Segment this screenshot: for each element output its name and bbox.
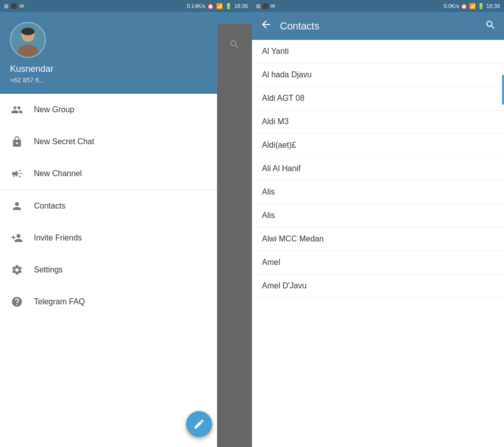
help-icon bbox=[10, 295, 24, 309]
network-speed-right: 0.0K/s bbox=[444, 3, 459, 9]
search-icon-left[interactable] bbox=[229, 39, 240, 53]
contacts-list: Al YantiAl hada DjavuAldi AGT 08Aldi M3A… bbox=[252, 40, 504, 447]
avatar bbox=[10, 22, 46, 58]
menu-item-invite-friends[interactable]: Invite Friends bbox=[0, 222, 217, 254]
contact-item[interactable]: Al hada Djavu bbox=[252, 63, 504, 87]
app-icon-r1: ⊞ bbox=[256, 3, 260, 9]
menu-item-new-secret-chat[interactable]: New Secret Chat bbox=[0, 126, 217, 158]
contact-item[interactable]: Aldi M3 bbox=[252, 110, 504, 134]
status-bar-right: ⊞ ⬛ ✉ 0.0K/s ⏰ 📶 🔋 18:38 bbox=[252, 0, 504, 12]
lock-icon bbox=[10, 135, 24, 149]
telegram-faq-label: Telegram FAQ bbox=[34, 297, 85, 306]
alarm-icon: ⏰ bbox=[207, 3, 214, 9]
alarm-icon-right: ⏰ bbox=[461, 3, 468, 9]
contact-item[interactable]: Aldi AGT 08 bbox=[252, 87, 504, 110]
battery-icon-right: 🔋 bbox=[478, 3, 485, 9]
status-bar-left-right-icons: 0.14K/s ⏰ 📶 🔋 18:36 bbox=[187, 3, 248, 9]
invite-friends-label: Invite Friends bbox=[34, 233, 82, 242]
megaphone-icon bbox=[10, 167, 24, 181]
contact-item[interactable]: Aldi(aet)£ bbox=[252, 134, 504, 157]
compose-fab[interactable] bbox=[186, 411, 212, 437]
network-speed-left: 0.14K/s bbox=[187, 3, 205, 9]
status-bar-left-icons: ⊞ ⬛ ✉ bbox=[4, 3, 24, 9]
profile-name: Kusnendar bbox=[10, 64, 53, 74]
app-icon-3: ✉ bbox=[19, 3, 24, 9]
contact-item[interactable]: Amel D'Javu bbox=[252, 274, 504, 298]
contact-item[interactable]: Alis bbox=[252, 181, 504, 204]
menu-section: New Group New Secret Chat bbox=[0, 94, 217, 447]
time-left: 18:36 bbox=[234, 3, 248, 9]
menu-item-new-group[interactable]: New Group bbox=[0, 94, 217, 126]
menu-item-telegram-faq[interactable]: Telegram FAQ bbox=[0, 286, 217, 318]
contacts-title: Contacts bbox=[280, 20, 477, 32]
app-icon-r2: ⬛ bbox=[262, 3, 269, 9]
settings-icon bbox=[10, 263, 24, 277]
signal-icon-right: 📶 bbox=[469, 3, 476, 9]
settings-label: Settings bbox=[34, 265, 63, 274]
search-button[interactable] bbox=[485, 19, 496, 33]
scroll-indicator bbox=[502, 75, 504, 105]
left-panel-search-area bbox=[217, 24, 252, 447]
new-secret-chat-label: New Secret Chat bbox=[34, 137, 94, 146]
app-icon-1: ⊞ bbox=[4, 3, 8, 9]
new-channel-label: New Channel bbox=[34, 169, 82, 178]
status-bar-right-left-icons: ⊞ ⬛ ✉ bbox=[256, 3, 275, 9]
svg-point-3 bbox=[21, 27, 34, 35]
person-icon bbox=[10, 199, 24, 213]
profile-section: Kusnendar +62 857 6... bbox=[0, 12, 217, 94]
contact-item[interactable]: Alwi MCC Medan bbox=[252, 227, 504, 251]
new-group-label: New Group bbox=[34, 105, 74, 114]
status-bar-left: ⊞ ⬛ ✉ 0.14K/s ⏰ 📶 🔋 18:36 bbox=[0, 0, 252, 12]
contact-item[interactable]: Ali Al Hanif bbox=[252, 157, 504, 181]
menu-item-new-channel[interactable]: New Channel bbox=[0, 158, 217, 190]
app-icon-r3: ✉ bbox=[270, 3, 275, 9]
profile-phone: +62 857 6... bbox=[10, 76, 44, 84]
menu-item-contacts[interactable]: Contacts bbox=[0, 190, 217, 222]
signal-icon: 📶 bbox=[216, 3, 223, 9]
status-bar-right-right-icons: 0.0K/s ⏰ 📶 🔋 18:38 bbox=[444, 3, 500, 9]
person-add-icon bbox=[10, 231, 24, 245]
menu-item-settings[interactable]: Settings bbox=[0, 254, 217, 286]
contacts-label: Contacts bbox=[34, 202, 65, 211]
contacts-header: Contacts bbox=[252, 12, 504, 40]
back-button[interactable] bbox=[260, 18, 272, 33]
contact-item[interactable]: Al Yanti bbox=[252, 40, 504, 63]
time-right: 18:38 bbox=[486, 3, 500, 9]
battery-icon: 🔋 bbox=[225, 3, 232, 9]
group-icon bbox=[10, 103, 24, 117]
contact-item[interactable]: Alis bbox=[252, 204, 504, 227]
contact-item[interactable]: Amel bbox=[252, 251, 504, 274]
app-icon-2: ⬛ bbox=[10, 3, 17, 9]
